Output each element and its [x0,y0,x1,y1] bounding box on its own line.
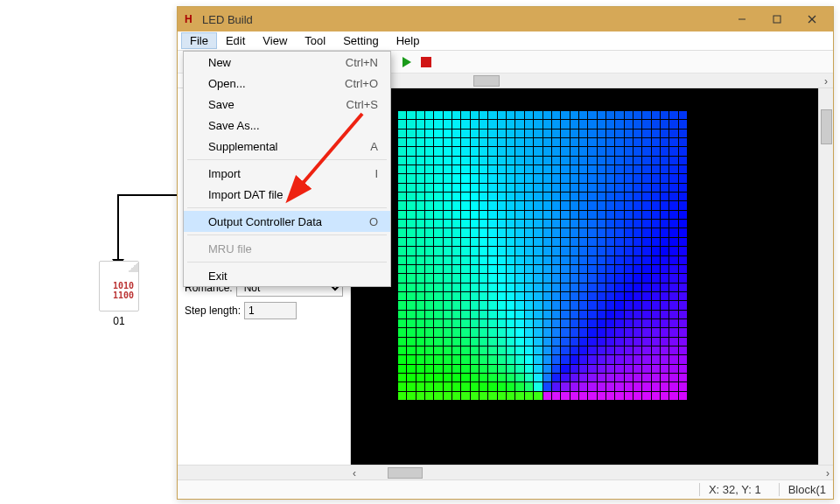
connector-line-v [117,194,119,262]
led-canvas[interactable] [351,88,818,465]
menu-item-output-controller[interactable]: Output Controller Data O [184,211,390,232]
menu-tool[interactable]: Tool [296,32,334,49]
step-label: Step length: [185,304,241,317]
menu-item-exit[interactable]: Exit [184,265,390,286]
separator [187,207,387,208]
stop-button[interactable] [419,55,433,69]
menu-item-new[interactable]: New Ctrl+N [184,52,390,73]
menu-item-import[interactable]: Import I [184,163,390,184]
scrollbar-thumb[interactable] [388,467,423,479]
binary-digits: 1010 1100 [108,281,138,300]
menubar: File Edit View Tool Setting Help New Ctr… [178,32,833,51]
external-file-icon[interactable]: 1010 1100 01 [95,261,143,327]
menu-setting[interactable]: Setting [334,32,387,49]
led-grid [398,111,687,400]
app-window: H LED Build File Edit View Tool Setting … [177,6,834,500]
step-row: Step length: [185,302,343,319]
separator [187,159,387,160]
stop-icon [421,57,431,67]
coords-status: X: 32, Y: 1 [699,483,761,496]
statusbar: X: 32, Y: 1 Block(1 [178,480,833,499]
minimize-button[interactable] [724,9,760,30]
scrollbar-thumb[interactable] [473,75,500,87]
maximize-button[interactable] [760,9,794,30]
app-icon: H [185,13,197,25]
scrollbar-thumb[interactable] [821,109,832,144]
separator [187,262,387,262]
menu-item-open[interactable]: Open... Ctrl+O [184,73,390,94]
menu-item-saveas[interactable]: Save As... [184,115,390,136]
menu-view[interactable]: View [254,32,296,49]
binary-file-icon: 1010 1100 [99,261,139,312]
step-input[interactable] [244,302,297,319]
block-status: Block(1 [779,483,826,496]
menu-edit[interactable]: Edit [217,32,254,49]
separator [187,234,387,235]
file-caption: 01 [95,315,143,327]
close-button[interactable] [794,9,830,30]
menu-file[interactable]: File [181,32,217,49]
menu-item-import-dat[interactable]: Import DAT file [184,184,390,205]
menu-item-save[interactable]: Save Ctrl+S [184,94,390,115]
window-title: LED Build [202,13,724,26]
menu-item-mru: MRU file [184,238,390,259]
svg-rect-1 [774,16,780,23]
file-dropdown: New Ctrl+N Open... Ctrl+O Save Ctrl+S Sa… [183,51,391,287]
vertical-scrollbar[interactable] [818,88,833,465]
menu-help[interactable]: Help [388,32,429,49]
connector-line-h [117,194,180,196]
bottom-scrollbar[interactable]: ‹ › [178,465,833,480]
scroll-right-icon[interactable]: › [824,75,828,88]
scroll-left-icon[interactable]: ‹ [353,467,356,480]
scroll-right-icon[interactable]: › [826,467,830,480]
play-icon [402,57,411,67]
titlebar: H LED Build [178,7,833,32]
menu-item-supplemental[interactable]: Supplemental A [184,136,390,157]
play-button[interactable] [400,55,414,69]
